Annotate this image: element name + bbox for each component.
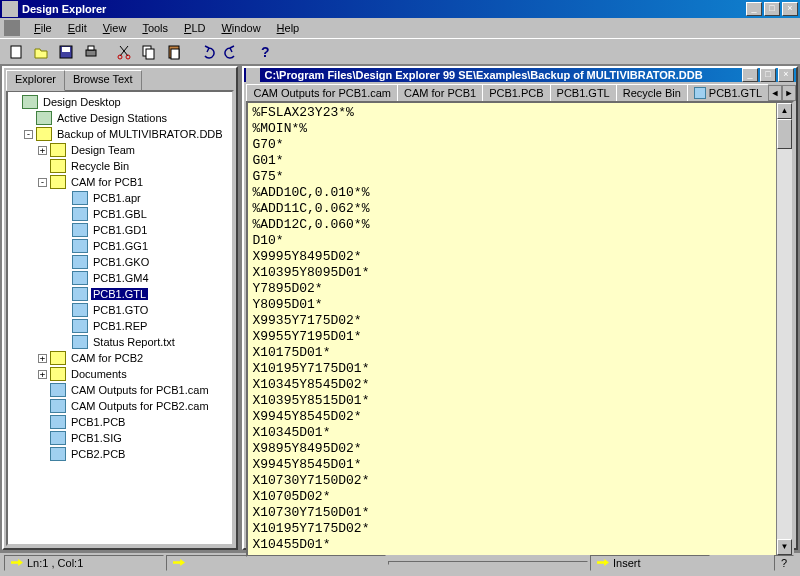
tree-file[interactable]: PCB1.GTO — [91, 304, 150, 316]
expander-design-team[interactable]: + — [38, 146, 47, 155]
tree-file[interactable]: PCB1.apr — [91, 192, 143, 204]
menu-window[interactable]: Window — [213, 20, 268, 36]
tab-prev-button[interactable]: ◄ — [768, 85, 782, 101]
file-icon — [72, 255, 88, 269]
menu-pld[interactable]: PLD — [176, 20, 213, 36]
doc-tab[interactable]: PCB1.GTL — [550, 84, 617, 101]
arrow-icon — [597, 557, 609, 569]
file-icon — [72, 191, 88, 205]
recycle-icon — [50, 159, 66, 173]
menu-icon — [4, 20, 20, 36]
scroll-down-button[interactable]: ▼ — [777, 539, 792, 555]
file-icon — [72, 207, 88, 221]
undo-button[interactable] — [195, 41, 218, 63]
editor-content[interactable]: %FSLAX23Y23*% %MOIN*% G70* G01* G75* %AD… — [248, 103, 776, 555]
menu-file[interactable]: File — [26, 20, 60, 36]
doc-close-button[interactable]: × — [778, 68, 794, 82]
redo-button[interactable] — [220, 41, 243, 63]
stations-icon — [36, 111, 52, 125]
tree-design-team[interactable]: Design Team — [69, 144, 137, 156]
file-icon — [694, 87, 706, 99]
tree-out1[interactable]: CAM Outputs for PCB1.cam — [69, 384, 211, 396]
doc-tab[interactable]: PCB1.GTL — [687, 84, 768, 101]
scroll-thumb[interactable] — [777, 119, 792, 149]
scroll-up-button[interactable]: ▲ — [777, 103, 792, 119]
tree-file[interactable]: PCB1.GM4 — [91, 272, 151, 284]
tab-explorer[interactable]: Explorer — [6, 70, 65, 91]
left-tabstrip: Explorer Browse Text — [4, 68, 236, 90]
doc-tab[interactable]: PCB1.PCB — [482, 84, 550, 101]
editor: %FSLAX23Y23*% %MOIN*% G70* G01* G75* %AD… — [246, 101, 794, 557]
expander-cam2[interactable]: + — [38, 354, 47, 363]
menu-edit[interactable]: Edit — [60, 20, 95, 36]
tree-file[interactable]: PCB1.REP — [91, 320, 149, 332]
file-icon — [72, 239, 88, 253]
maximize-button[interactable]: □ — [764, 2, 780, 16]
tab-browse-text[interactable]: Browse Text — [64, 70, 142, 90]
doc-tabstrip: CAM Outputs for PCB1.camCAM for PCB1PCB1… — [244, 82, 796, 101]
vertical-scrollbar[interactable]: ▲ ▼ — [776, 103, 792, 555]
tree-sig[interactable]: PCB1.SIG — [69, 432, 124, 444]
file-icon — [72, 223, 88, 237]
doc-titlebar: C:\Program Files\Design Explorer 99 SE\E… — [244, 68, 796, 82]
doc-tab[interactable]: CAM for PCB1 — [397, 84, 483, 101]
help-button[interactable]: ? — [253, 41, 276, 63]
app-icon — [2, 1, 18, 17]
file-icon — [50, 447, 66, 461]
tree-file[interactable]: Status Report.txt — [91, 336, 177, 348]
save-button[interactable] — [54, 41, 77, 63]
expander-backup[interactable]: - — [24, 130, 33, 139]
copy-button[interactable] — [137, 41, 160, 63]
tree-file[interactable]: PCB1.GD1 — [91, 224, 149, 236]
folder-icon — [50, 175, 66, 189]
tree-ads[interactable]: Active Design Stations — [55, 112, 169, 124]
tree-file[interactable]: PCB1.GG1 — [91, 240, 150, 252]
expander-documents[interactable]: + — [38, 370, 47, 379]
tree-out2[interactable]: CAM Outputs for PCB2.cam — [69, 400, 211, 412]
doc-minimize-button[interactable]: _ — [742, 68, 758, 82]
tree-root[interactable]: Design Desktop — [41, 96, 123, 108]
tree-pcb1[interactable]: PCB1.PCB — [69, 416, 127, 428]
tree-file[interactable]: PCB1.GTL — [91, 288, 148, 300]
tree-pcb2[interactable]: PCB2.PCB — [69, 448, 127, 460]
menu-view[interactable]: View — [95, 20, 135, 36]
scroll-track[interactable] — [777, 119, 792, 539]
window-controls: _ □ × — [746, 2, 798, 16]
status-help[interactable]: ? — [774, 555, 794, 571]
tree-file[interactable]: PCB1.GKO — [91, 256, 151, 268]
expander-cam1[interactable]: - — [38, 178, 47, 187]
window-title: Design Explorer — [22, 3, 746, 15]
svg-rect-2 — [62, 47, 70, 52]
tree-cam2[interactable]: CAM for PCB2 — [69, 352, 145, 364]
tab-next-button[interactable]: ► — [782, 85, 796, 101]
svg-rect-4 — [88, 46, 94, 50]
new-button[interactable] — [4, 41, 27, 63]
paste-button[interactable] — [162, 41, 185, 63]
minimize-button[interactable]: _ — [746, 2, 762, 16]
menu-help[interactable]: Help — [269, 20, 308, 36]
print-button[interactable] — [79, 41, 102, 63]
svg-rect-10 — [171, 49, 179, 59]
desktop-icon — [22, 95, 38, 109]
doc-tab[interactable]: Recycle Bin — [616, 84, 688, 101]
tree-file[interactable]: PCB1.GBL — [91, 208, 149, 220]
status-cell-3 — [388, 561, 588, 565]
open-button[interactable] — [29, 41, 52, 63]
folder-icon — [50, 367, 66, 381]
doc-tab[interactable]: CAM Outputs for PCB1.cam — [246, 84, 398, 101]
file-icon — [50, 415, 66, 429]
close-button[interactable]: × — [782, 2, 798, 16]
tree-cam1[interactable]: CAM for PCB1 — [69, 176, 145, 188]
cut-button[interactable] — [112, 41, 135, 63]
tree-backup[interactable]: Backup of MULTIVIBRATOR.DDB — [55, 128, 225, 140]
doc-maximize-button[interactable]: □ — [760, 68, 776, 82]
file-icon — [72, 287, 88, 301]
tree-recycle[interactable]: Recycle Bin — [69, 160, 131, 172]
tree-documents[interactable]: Documents — [69, 368, 129, 380]
menu-tools[interactable]: Tools — [134, 20, 176, 36]
tree-view[interactable]: Design Desktop Active Design Stations -B… — [6, 90, 234, 546]
arrow-icon — [11, 557, 23, 569]
tab-nav: ◄ ► — [768, 85, 796, 101]
titlebar: Design Explorer _ □ × — [0, 0, 800, 18]
toolbar: ? — [0, 38, 800, 64]
